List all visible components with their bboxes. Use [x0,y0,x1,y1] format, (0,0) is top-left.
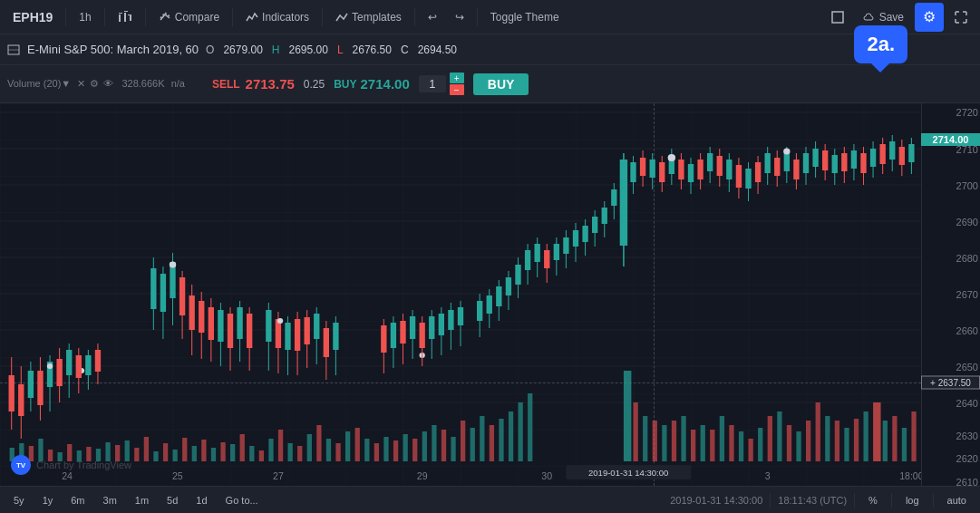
percent-button[interactable]: % [862,493,884,508]
svg-rect-281 [908,144,914,162]
timeframe-5y[interactable]: 5y [7,493,31,508]
timeframe-selector[interactable]: 1h [72,7,98,27]
svg-rect-57 [355,428,360,461]
qty-stepper[interactable]: + − [450,73,464,95]
svg-rect-55 [335,443,340,461]
timeframe-1d[interactable]: 1d [189,493,213,508]
redo-button[interactable]: ↪ [448,7,471,27]
svg-rect-101 [864,411,868,461]
chart-canvas[interactable]: 24 25 27 29 30 31 3 18:00 2019-01-31 14:… [0,103,921,486]
qty-minus-button[interactable]: − [450,84,464,95]
current-price-label: 2714.00 [921,133,980,146]
gear-icon: ⚙ [923,8,936,25]
svg-rect-1 [119,13,122,14]
close-value: 2694.50 [418,44,457,56]
svg-rect-219 [611,189,616,206]
svg-point-119 [47,363,53,369]
svg-rect-92 [777,411,781,461]
svg-rect-84 [701,425,705,461]
svg-rect-61 [393,440,398,461]
svg-rect-58 [364,439,369,461]
gear-button[interactable]: ⚙ [915,3,944,32]
svg-rect-255 [793,160,799,179]
svg-rect-128 [95,350,101,372]
auto-button[interactable]: auto [941,493,973,508]
svg-rect-62 [403,434,408,461]
svg-rect-217 [602,208,607,224]
svg-rect-141 [199,301,204,333]
svg-rect-221 [630,162,636,182]
close-x[interactable]: ✕ [77,78,85,89]
svg-rect-90 [758,428,762,461]
sell-price: 2713.75 [246,76,295,92]
svg-rect-38 [173,450,178,461]
crosshair-price-label: + 2637.50 [921,376,980,390]
bottom-sep2 [854,493,855,508]
svg-rect-42 [211,448,216,461]
timeframe-1y[interactable]: 1y [36,493,60,508]
svg-rect-257 [803,153,809,173]
undo-button[interactable]: ↩ [421,7,444,27]
qty-plus-button[interactable]: + [450,73,464,83]
price-label-2620: 2620 [956,453,978,464]
sep2 [104,8,105,26]
svg-rect-4 [130,15,131,21]
timeframe-5d[interactable]: 5d [160,493,184,508]
svg-text:29: 29 [417,471,428,481]
indicators-button[interactable]: Indicators [238,7,316,27]
svg-rect-233 [688,164,694,182]
svg-rect-168 [333,323,338,350]
open-value: 2679.00 [223,44,262,56]
timeframe-1m[interactable]: 1m [129,493,155,508]
svg-rect-122 [66,350,72,375]
settings-v[interactable]: ⚙ [90,78,99,89]
svg-rect-79 [653,421,657,461]
svg-rect-207 [554,244,559,260]
svg-rect-211 [573,230,578,247]
timeframe-6m[interactable]: 6m [64,493,91,508]
price-axis: 2720 2710 2700 2690 2680 2670 2660 2650 … [921,103,980,486]
svg-rect-66 [441,430,446,461]
candlestick-chart: 24 25 27 29 30 31 3 18:00 2019-01-31 14:… [0,103,921,486]
symbol-selector[interactable]: EPH19 [5,6,60,28]
svg-rect-164 [314,314,319,339]
log-button[interactable]: log [899,493,926,508]
compare-button[interactable]: Compare [151,7,227,27]
price-label-2680: 2680 [956,253,978,264]
svg-rect-110 [18,384,24,416]
templates-button[interactable]: Templates [328,7,409,27]
svg-rect-114 [37,371,43,405]
svg-rect-160 [295,319,300,351]
svg-rect-275 [879,144,885,164]
svg-rect-2 [124,13,126,22]
toggle-theme-button[interactable]: Toggle Theme [483,7,567,27]
svg-rect-173 [391,323,396,348]
svg-rect-91 [768,416,772,461]
goto-button[interactable]: Go to... [219,493,265,508]
sep4 [232,8,233,26]
buy-button[interactable]: BUY [473,73,529,95]
sep1 [65,8,66,26]
expand-button[interactable] [947,7,975,27]
sep6 [414,8,415,26]
svg-rect-181 [429,316,434,339]
svg-rect-267 [841,153,847,171]
svg-rect-64 [422,431,427,461]
svg-rect-3 [124,11,128,12]
chart-type-button[interactable] [111,6,140,28]
svg-rect-253 [784,153,790,171]
price-label-2670: 2670 [956,289,978,300]
fullscreen-button[interactable] [823,6,852,28]
svg-point-158 [277,318,283,324]
save-button[interactable]: Save [856,7,911,27]
svg-rect-43 [220,442,225,461]
svg-rect-73 [509,411,513,461]
svg-rect-243 [736,165,742,188]
compare-label: Compare [175,11,219,24]
eye-v[interactable]: 👁 [103,78,113,89]
timeframe-3m[interactable]: 3m [97,493,123,508]
svg-rect-223 [640,158,645,176]
price-label-2690: 2690 [956,217,978,227]
svg-rect-37 [163,443,168,461]
svg-rect-39 [182,438,187,461]
